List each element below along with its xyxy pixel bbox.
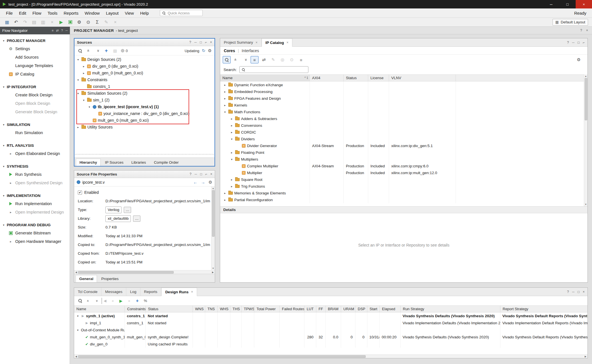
program-device-icon[interactable]: [66, 19, 74, 26]
chevron-right-icon[interactable]: ▸: [223, 192, 227, 195]
timer-icon[interactable]: ⊙: [84, 19, 92, 26]
help-icon[interactable]: ?: [189, 40, 191, 44]
float-icon[interactable]: ⌐: [205, 40, 207, 44]
column-header-bram[interactable]: BRAM: [326, 306, 341, 312]
column-header-constraints[interactable]: Constraints: [125, 306, 146, 312]
scroll-right-icon[interactable]: ▶: [584, 355, 587, 358]
maximize-icon[interactable]: □: [200, 40, 202, 44]
scroll-left-icon[interactable]: ◀: [74, 270, 78, 274]
flow-nav-item-run-implementation[interactable]: Run Implementation: [0, 199, 70, 208]
source-tree-item-design-sources-2[interactable]: ▾Design Sources (2): [74, 56, 215, 63]
menu-edit[interactable]: Edit: [16, 11, 29, 15]
chevron-right-icon[interactable]: ▸: [223, 90, 227, 93]
flow-nav-item-language-templates[interactable]: Language Templates: [0, 61, 70, 70]
run-row-impl-1[interactable]: ▶impl_1constrs_1Not startedVivado Implem…: [74, 319, 587, 327]
vertical-scrollbar[interactable]: ▲ ▼: [584, 74, 587, 206]
gear-icon[interactable]: ⚙: [575, 56, 583, 63]
catalog-row-adders-subtracters[interactable]: ▸Adders & Subtracters: [220, 115, 587, 122]
chevron-down-icon[interactable]: ▾: [76, 92, 80, 95]
collapse-all-icon[interactable]: «: [86, 48, 92, 54]
catalog-row-trig-functions[interactable]: ▸Trig Functions: [220, 183, 587, 190]
column-header-uram[interactable]: URAM: [341, 306, 355, 312]
catalog-row-partial-reconfiguration[interactable]: ▸Partial Reconfiguration: [220, 196, 587, 203]
chevron-down-icon[interactable]: ▾: [82, 99, 86, 102]
settings-gear-icon[interactable]: ⚙: [75, 19, 83, 26]
expand-all-icon[interactable]: «: [93, 298, 100, 304]
browse-button[interactable]: …: [133, 216, 140, 222]
layout-selector[interactable]: ▦ Default Layout: [553, 19, 588, 26]
close-icon[interactable]: ×: [286, 41, 288, 45]
column-header-dsp[interactable]: DSP: [355, 306, 367, 312]
run-row-synth-1-active[interactable]: ▾▶synth_1 (active)constrs_1Not startedVi…: [74, 312, 587, 319]
column-header-status[interactable]: Status: [146, 306, 193, 312]
console-tab-design-runs[interactable]: Design Runs×: [161, 288, 197, 296]
property-input-type[interactable]: Verilog: [105, 207, 122, 213]
chevron-down-icon[interactable]: ▾: [230, 158, 234, 161]
catalog-row-kernels[interactable]: ▸Kernels: [220, 102, 587, 108]
console-tab-tcl-console[interactable]: Tcl Console: [74, 288, 101, 296]
minimize-icon[interactable]: ─: [572, 41, 575, 45]
column-header-name[interactable]: Name^ 1: [220, 75, 310, 81]
chevron-right-icon[interactable]: ▸: [82, 72, 86, 75]
flow-nav-header-program-and-debug[interactable]: ▾PROGRAM AND DEBUG: [0, 221, 70, 229]
taxonomy-icon[interactable]: ⇄: [260, 56, 268, 63]
catalog-row-divider-generator[interactable]: Divider GeneratorAXI4-StreamProductionIn…: [220, 142, 587, 149]
source-tree-item-sim-1-2[interactable]: ▾sim_1 (2): [74, 97, 215, 103]
catalog-row-multiplier[interactable]: MultiplierProductionIncludedxilinx.com:i…: [220, 169, 587, 176]
column-header-ths[interactable]: THS: [230, 306, 242, 312]
panel-splitter[interactable]: [75, 154, 214, 157]
source-tree-item-mult-gen-0-mult-gen-0-xci[interactable]: mult_gen_0 (mult_gen_0.xci): [74, 117, 215, 124]
add-sources-icon[interactable]: +: [103, 48, 109, 54]
column-header-whs[interactable]: WHS: [218, 306, 230, 312]
chevron-right-icon[interactable]: ▸: [230, 185, 234, 188]
column-header-ff[interactable]: FF: [316, 306, 326, 312]
column-header-lut[interactable]: LUT: [304, 306, 316, 312]
scrollbar-thumb[interactable]: [78, 355, 366, 358]
gear-icon[interactable]: ⚙: [208, 48, 212, 53]
run-row-div-gen-0[interactable]: ✔div_gen_0Using cached IP results: [74, 341, 587, 348]
catalog-row-dynamic-function-exchange[interactable]: ▸Dynamic Function eXchange: [220, 81, 587, 88]
percent-icon[interactable]: %: [142, 298, 149, 304]
flow-nav-header-implementation[interactable]: ▾IMPLEMENTATION: [0, 192, 70, 199]
chevron-right-icon[interactable]: ▸: [76, 126, 80, 129]
sources-tab-ip-sources[interactable]: IP Sources: [101, 159, 127, 166]
close-icon[interactable]: ×: [191, 290, 193, 294]
column-header-name[interactable]: Name: [74, 306, 125, 312]
chevron-right-icon[interactable]: ▸: [223, 104, 227, 107]
help-icon[interactable]: ?: [567, 290, 569, 294]
flow-nav-item-create-block-design[interactable]: Create Block Design: [0, 91, 70, 99]
view-cores[interactable]: Cores: [224, 48, 235, 53]
column-header-run-strategy[interactable]: Run Strategy: [401, 306, 500, 312]
float-icon[interactable]: ⌐: [205, 172, 207, 176]
sigma-icon[interactable]: Σ: [93, 19, 101, 26]
flow-nav-header-project-manager[interactable]: ▾PROJECT MANAGER: [0, 37, 70, 45]
flow-nav-header-synthesis[interactable]: ▾SYNTHESIS: [0, 162, 70, 170]
property-input-library[interactable]: xil_defaultlib: [105, 215, 131, 222]
flow-nav-item-open-elaborated-design[interactable]: ▸Open Elaborated Design: [0, 149, 70, 158]
catalog-row-square-root[interactable]: ▸Square Root: [220, 176, 587, 183]
catalog-row-complex-multiplier[interactable]: Complex MultiplierAXI4-StreamProductionI…: [220, 163, 587, 169]
column-header-vlnv[interactable]: VLNV: [389, 75, 456, 81]
run-row-out-of-context-module-runs[interactable]: ▾Out-of-Context Module Runs: [74, 327, 587, 334]
column-header-license[interactable]: License: [368, 75, 389, 81]
nav-expand-icon[interactable]: ⇄: [56, 29, 59, 32]
expand-all-icon[interactable]: «: [95, 48, 100, 54]
column-header-failed-routes[interactable]: Failed Routes: [280, 306, 304, 312]
horizontal-scrollbar[interactable]: ◀ ▶: [74, 354, 587, 358]
scroll-down-icon[interactable]: ▼: [211, 267, 215, 270]
dashboard-icon[interactable]: ▦: [3, 19, 11, 26]
chevron-right-icon[interactable]: ▸: [223, 97, 227, 100]
catalog-row-floating-point[interactable]: ▸Floating Point: [220, 149, 587, 156]
properties-panel-header[interactable]: Source File Properties ? ─ □ ⌐ ×: [74, 170, 215, 178]
scroll-right-icon[interactable]: ▶: [211, 270, 215, 274]
search-icon[interactable]: [77, 298, 83, 304]
sources-tab-compile-order[interactable]: Compile Order: [150, 159, 182, 166]
hierarchy-view-icon[interactable]: ≡: [251, 56, 259, 63]
window-close-button[interactable]: ×: [576, 0, 592, 8]
chevron-down-icon[interactable]: ▾: [76, 58, 80, 61]
maximize-icon[interactable]: □: [578, 290, 580, 294]
source-tree-item-mult-gen-0-mult-gen-0-xci[interactable]: ▸mult_gen_0 (mult_gen_0.xci): [74, 70, 215, 76]
help-icon[interactable]: ?: [190, 172, 192, 176]
catalog-row-conversions[interactable]: ▸Conversions: [220, 122, 587, 129]
menu-window[interactable]: Window: [81, 11, 103, 15]
